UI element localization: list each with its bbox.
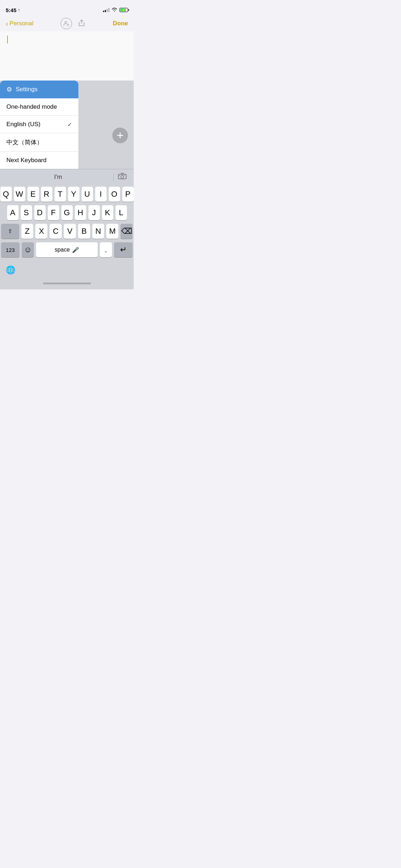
key-numbers[interactable]: 123 [1,242,20,257]
svg-point-7 [124,175,125,176]
one-handed-mode-menu-item[interactable]: One-handed mode [0,98,78,116]
battery-icon: ⚡ [119,8,128,12]
key-space[interactable]: space 🎤 [36,242,98,257]
time-display: 5:45 [6,7,16,13]
home-indicator [0,277,134,289]
numbers-label: 123 [6,247,15,253]
key-d[interactable]: D [34,205,46,220]
key-delete[interactable]: ⌫ [120,224,133,239]
key-k[interactable]: K [102,205,113,220]
key-s[interactable]: S [21,205,32,220]
status-time: 5:45 ↑ [6,7,20,13]
key-f[interactable]: F [48,205,59,220]
status-right: ⚡ [103,7,128,13]
nav-bar: ‹ Personal Done [0,16,134,31]
home-bar [43,283,91,284]
key-q[interactable]: Q [0,187,12,202]
chinese-simplified-menu-item[interactable]: 中文（简体） [0,133,78,152]
bottom-bar: 🌐 [0,262,134,277]
key-shift[interactable]: ⇧ [1,224,19,239]
key-h[interactable]: H [75,205,86,220]
key-row-2: A S D F G H J K L [1,205,133,220]
key-e[interactable]: E [27,187,39,202]
signal-bars-icon [103,8,109,12]
location-arrow-icon: ↑ [18,7,20,12]
key-row-3: ⇧ Z X C V B N M ⌫ [1,224,133,239]
key-u[interactable]: U [82,187,93,202]
key-period[interactable]: . [100,242,112,257]
status-bar: 5:45 ↑ ⚡ [0,0,134,16]
key-rows: Q W E R T Y U I O P A S D F G H J K L ⇧ … [0,185,134,262]
back-button[interactable]: ‹ Personal [6,20,34,28]
next-keyboard-menu-item[interactable]: Next Keyboard [0,152,78,169]
key-z[interactable]: Z [21,224,34,239]
globe-icon[interactable]: 🌐 [6,265,15,275]
english-us-label: English (US) [6,121,40,128]
checkmark-icon: ✓ [67,121,72,128]
key-m[interactable]: M [106,224,118,239]
predictive-bar: I'm [0,169,134,185]
settings-menu-item[interactable]: ⚙ Settings [0,81,78,98]
key-r[interactable]: R [41,187,52,202]
keyboard-context-menu: ⚙ Settings One-handed mode English (US) … [0,81,78,169]
add-button[interactable] [112,128,128,143]
key-emoji[interactable]: ☺ [22,242,34,257]
key-y[interactable]: Y [68,187,79,202]
chinese-simplified-label: 中文（简体） [6,138,43,146]
key-t[interactable]: T [55,187,66,202]
svg-point-0 [65,21,67,24]
key-a[interactable]: A [7,205,19,220]
key-row-4: 123 ☺ space 🎤 . ↵ [1,242,133,257]
add-person-icon [63,20,70,27]
key-p[interactable]: P [122,187,134,202]
key-n[interactable]: N [92,224,104,239]
chevron-left-icon: ‹ [6,20,8,28]
key-o[interactable]: O [109,187,120,202]
settings-label: Settings [16,86,37,93]
next-keyboard-label: Next Keyboard [6,157,46,164]
key-x[interactable]: X [35,224,47,239]
nav-center-icons [61,18,86,29]
english-us-menu-item[interactable]: English (US) ✓ [0,116,78,133]
key-l[interactable]: L [115,205,127,220]
svg-point-6 [121,175,124,178]
text-cursor [7,36,8,43]
share-icon [78,19,86,27]
key-b[interactable]: B [78,224,90,239]
key-v[interactable]: V [64,224,76,239]
space-label: space [55,247,70,253]
key-row-1: Q W E R T Y U I O P [1,187,133,202]
keyboard-area: ⚙ Settings One-handed mode English (US) … [0,81,134,289]
key-return[interactable]: ↵ [114,242,133,257]
key-i[interactable]: I [95,187,107,202]
plus-icon [116,131,124,139]
done-button[interactable]: Done [113,20,128,27]
key-g[interactable]: G [61,205,73,220]
predictive-word-1[interactable]: I'm [3,174,113,181]
key-w[interactable]: W [14,187,25,202]
back-label: Personal [10,20,34,27]
add-person-button[interactable] [61,18,72,29]
wifi-icon [112,7,117,13]
one-handed-mode-label: One-handed mode [6,103,57,110]
key-c[interactable]: C [50,224,62,239]
microphone-icon: 🎤 [72,247,79,253]
key-j[interactable]: J [88,205,100,220]
share-button[interactable] [78,19,86,28]
gear-icon: ⚙ [6,86,12,93]
camera-icon[interactable] [114,173,131,181]
